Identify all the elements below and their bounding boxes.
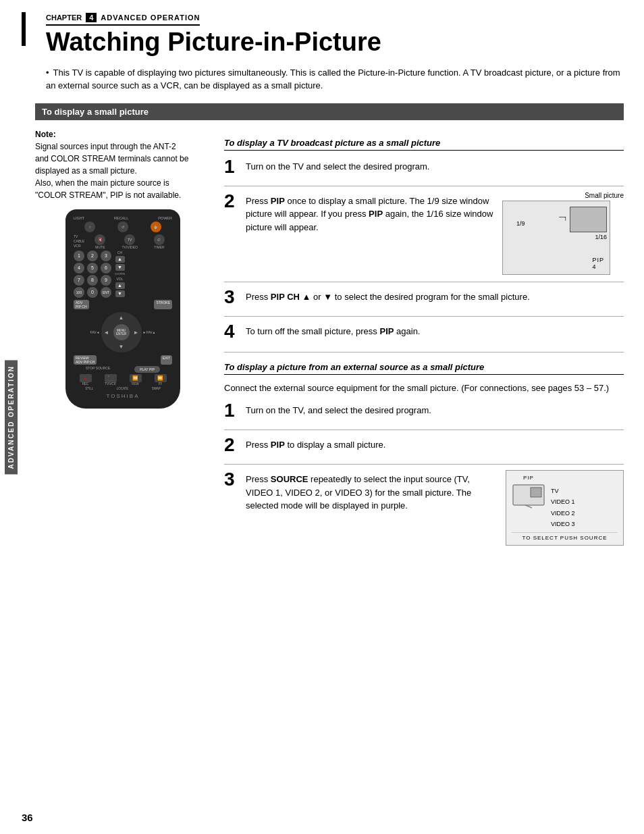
tvvcr-btn[interactable]: ⬛ xyxy=(105,374,117,382)
chapter-subtitle: ADVANCED OPERATION xyxy=(101,14,200,22)
sidebar: ADVANCED OPERATION xyxy=(0,0,22,834)
video3-source-label: VIDEO 3 xyxy=(551,519,575,529)
stroke-btn[interactable]: STROKE xyxy=(154,300,172,309)
pip-diagram-area: Small picture 1/9 ─┐ 1/16 PIP 4 xyxy=(502,192,624,275)
locate-label: LOCATE xyxy=(117,387,129,390)
pip-arrow: ─┐ xyxy=(559,213,568,220)
sidebar-label: ADVANCED OPERATION xyxy=(5,360,18,474)
page-title: Watching Picture-in-Picture xyxy=(46,28,624,57)
right-column: To display a TV broadcast picture as a s… xyxy=(224,128,624,546)
key-100[interactable]: 100 xyxy=(74,287,84,298)
key-0[interactable]: 0 xyxy=(87,287,98,298)
step-2-content: Press PIP once to display a small pictur… xyxy=(246,192,495,234)
section-title: To display a small picture xyxy=(42,107,149,117)
nav-ring: ▲ ▼ ◄ ► MENUENTER xyxy=(101,312,142,353)
vol-down[interactable]: ▼ xyxy=(115,290,125,297)
fav-right-label: ►FAV▲ xyxy=(143,330,156,334)
review-btn[interactable]: REVIEWADV PIP CH xyxy=(74,355,97,365)
source-labels-col: TV VIDEO 1 VIDEO 2 VIDEO 3 xyxy=(551,475,575,529)
step-ext-2-num: 2 xyxy=(224,436,239,454)
rew-btn[interactable]: ⏪ xyxy=(130,374,142,382)
remote-control: LIGHT RECALL POWER ☆ ↺ ⏻ TVCABLEVCR xyxy=(65,209,180,409)
power-label: POWER xyxy=(158,216,172,220)
menu-enter-btn[interactable]: MENUENTER xyxy=(113,324,130,340)
chapter-number: 4 xyxy=(86,13,97,22)
source-footer: TO SELECT PUSH SOURCE xyxy=(512,532,618,541)
key-2[interactable]: 2 xyxy=(87,251,98,261)
step-ext-3-row: 3 Press SOURCE repeatedly to select the … xyxy=(224,470,624,546)
pip-1-9-label: 1/9 xyxy=(516,220,525,227)
stop-source-label: STOP SOURCE xyxy=(86,366,110,373)
subsection2-intro: Connect the external source equipment fo… xyxy=(224,382,624,395)
fav-left-label: FAV◄ xyxy=(90,330,99,334)
subsection1-title: To display a TV broadcast picture as a s… xyxy=(224,138,624,151)
ch-down[interactable]: ▼ xyxy=(115,264,125,271)
recall-btn[interactable]: ↺ xyxy=(117,221,128,232)
source-diagram: PIP TV VIDEO 1 VIDEO 2 xyxy=(506,470,624,546)
swap-label: SWAP xyxy=(152,387,161,390)
nav-right-arrow[interactable]: ► xyxy=(134,329,139,335)
step-ext-3: 3 Press SOURCE repeatedly to select the … xyxy=(224,470,499,513)
step-4-num: 4 xyxy=(224,322,239,341)
step-ext-3-num: 3 xyxy=(224,470,239,489)
mute-btn[interactable]: 🔇 xyxy=(95,234,105,245)
main-content: CHAPTER 4 ADVANCED OPERATION Watching Pi… xyxy=(22,0,644,566)
key-4[interactable]: 4 xyxy=(74,263,84,273)
exit-btn[interactable]: EXIT xyxy=(161,355,172,365)
key-3[interactable]: 3 xyxy=(101,251,111,261)
nav-left-arrow[interactable]: ◄ xyxy=(104,329,109,335)
step-4: 4 To turn off the small picture, press P… xyxy=(224,322,624,341)
nav-ring-area: FAV◄ ▲ ▼ ◄ ► MENUENTER ►FAV▲ xyxy=(74,312,172,353)
key-ent[interactable]: ENT xyxy=(101,287,111,298)
timer-btn[interactable]: ⏱ xyxy=(154,234,165,245)
accent-bar xyxy=(22,12,26,46)
step-2: 2 Press PIP once to display a small pict… xyxy=(224,192,495,234)
source-pip-area: PIP xyxy=(512,475,545,509)
pip-icon-svg xyxy=(512,482,545,509)
nav-up-arrow[interactable]: ▲ xyxy=(119,315,124,321)
key-5[interactable]: 5 xyxy=(87,263,98,273)
vol-up[interactable]: ▲ xyxy=(115,282,125,289)
play-pip-btn[interactable]: PLAY PIP xyxy=(134,366,160,373)
nav-down-arrow[interactable]: ▼ xyxy=(119,344,124,350)
svg-rect-1 xyxy=(531,488,541,497)
key-6[interactable]: 6 xyxy=(101,263,111,273)
pip-1-16-label: 1/16 xyxy=(595,234,607,240)
note-box: Note: Signal sources input through the A… xyxy=(35,128,211,201)
small-picture-label: Small picture xyxy=(502,192,624,199)
pip-label: PIP 4 xyxy=(592,257,604,270)
key-8[interactable]: 8 xyxy=(87,275,98,286)
pip-small-box xyxy=(570,207,607,232)
ch-up[interactable]: ▲ xyxy=(115,256,125,263)
key-1[interactable]: 1 xyxy=(74,251,84,261)
intro-text: •This TV is capable of displaying two pi… xyxy=(46,66,624,93)
key-9[interactable]: 9 xyxy=(101,275,111,286)
tvvideo-btn[interactable]: TV xyxy=(124,234,135,245)
left-column: Note: Signal sources input through the A… xyxy=(35,128,211,546)
light-label: LIGHT xyxy=(74,216,84,220)
key-7[interactable]: 7 xyxy=(74,275,84,286)
step-ext-1-num: 1 xyxy=(224,401,239,420)
chapter-header: CHAPTER 4 ADVANCED OPERATION xyxy=(46,12,624,26)
note-title: Note: xyxy=(35,128,211,140)
step-ext-3-content: Press SOURCE repeatedly to select the in… xyxy=(246,470,499,513)
ff-btn[interactable]: ⏩ xyxy=(155,374,167,382)
two-col-layout: Note: Signal sources input through the A… xyxy=(35,128,624,546)
chapter-word: CHAPTER xyxy=(46,14,82,22)
note-line-1: Signal sources input through the ANT-2an… xyxy=(35,140,211,201)
video2-source-label: VIDEO 2 xyxy=(551,508,575,519)
step-ext-2-content: Press PIP to display a small picture. xyxy=(246,436,385,452)
source-pip-label: PIP xyxy=(523,475,534,481)
step-1-content: Turn on the TV and select the desired pr… xyxy=(246,157,429,174)
adv-pip-ch-btn[interactable]: ADVPIP CH xyxy=(74,300,89,309)
power-btn[interactable]: ⏻ xyxy=(151,221,161,232)
rec-btn[interactable]: ● xyxy=(80,374,92,382)
step-2-num: 2 xyxy=(224,192,239,211)
remote-wrapper: LIGHT RECALL POWER ☆ ↺ ⏻ TVCABLEVCR xyxy=(35,209,211,409)
step-3: 3 Press PIP CH ▲ or ▼ to select the desi… xyxy=(224,288,624,307)
still-label: STILL xyxy=(85,387,93,390)
light-btn[interactable]: ☆ xyxy=(84,221,95,232)
step-3-content: Press PIP CH ▲ or ▼ to select the desire… xyxy=(246,288,530,304)
step-ext-1: 1 Turn on the TV, and select the desired… xyxy=(224,401,624,420)
step-1-num: 1 xyxy=(224,157,239,176)
